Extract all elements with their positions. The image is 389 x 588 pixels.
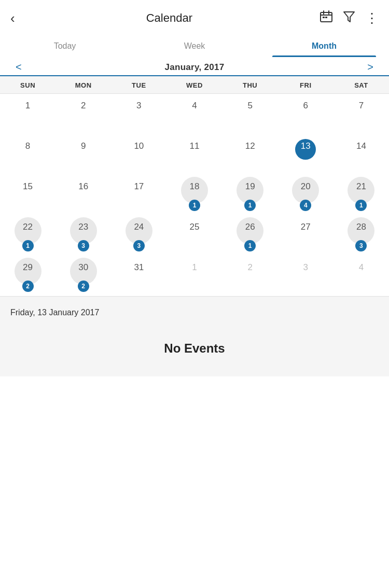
calendar-day-overflow-4[interactable]: 4 (334, 256, 389, 296)
day-header-sat: SAT (334, 81, 389, 89)
calendar-day-31[interactable]: 31 (111, 256, 166, 296)
selected-date-panel: Friday, 13 January 2017 (0, 296, 389, 326)
day-number: 15 (23, 182, 33, 191)
more-icon[interactable]: ⋮ (365, 11, 379, 25)
calendar-day-20[interactable]: 204 (278, 175, 334, 215)
next-month-button[interactable]: > (360, 61, 381, 73)
event-count-badge: 2 (22, 281, 34, 292)
event-count-badge: 2 (78, 281, 89, 292)
day-number: 18 (190, 182, 200, 191)
event-count-badge: 1 (244, 240, 256, 251)
calendar-icon[interactable] (319, 10, 333, 26)
prev-month-button[interactable]: < (8, 61, 29, 73)
event-count-badge: 1 (189, 200, 200, 211)
calendar-day-16[interactable]: 16 (55, 175, 111, 215)
tab-bar: Today Week Month (0, 34, 389, 57)
calendar-day-overflow-1[interactable]: 1 (166, 256, 222, 296)
day-number: 23 (78, 222, 88, 231)
calendar-day-overflow-2[interactable]: 2 (223, 256, 278, 296)
day-number: 5 (247, 101, 252, 110)
calendar-day-1[interactable]: 1 (0, 94, 55, 134)
day-number: 11 (190, 142, 200, 150)
day-number: 1 (25, 101, 30, 110)
day-number: 28 (356, 222, 366, 231)
event-count-badge: 3 (78, 240, 89, 251)
calendar-day-overflow-3[interactable]: 3 (278, 256, 334, 296)
calendar-grid: 1234567891011121314151617181191204211221… (0, 94, 389, 296)
event-count-badge: 3 (133, 240, 145, 251)
day-number: 20 (301, 182, 311, 191)
day-header-wed: WED (166, 81, 222, 89)
day-number: 13 (301, 142, 311, 150)
calendar-day-3[interactable]: 3 (111, 94, 166, 134)
calendar-day-6[interactable]: 6 (278, 94, 334, 134)
svg-marker-6 (344, 12, 354, 22)
day-number: 21 (356, 182, 366, 191)
day-number: 16 (78, 182, 88, 191)
day-header-thu: THU (223, 81, 278, 89)
calendar-day-21[interactable]: 211 (334, 175, 389, 215)
day-number: 3 (303, 263, 308, 272)
svg-rect-4 (323, 17, 325, 18)
tab-today[interactable]: Today (0, 34, 130, 57)
day-number: 10 (134, 142, 144, 150)
calendar-day-29[interactable]: 292 (0, 256, 55, 296)
calendar-day-30[interactable]: 302 (55, 256, 111, 296)
event-count-badge: 1 (22, 240, 34, 251)
tab-month[interactable]: Month (259, 34, 389, 57)
month-year-label: January, 2017 (29, 62, 360, 73)
day-number: 4 (359, 263, 364, 272)
calendar-day-27[interactable]: 27 (278, 215, 334, 256)
calendar-day-7[interactable]: 7 (334, 94, 389, 134)
day-number: 19 (245, 182, 255, 191)
calendar-day-12[interactable]: 12 (223, 134, 278, 175)
page-title: Calendar (146, 11, 192, 24)
filter-icon[interactable] (342, 10, 356, 26)
event-count-badge: 3 (355, 240, 367, 251)
header-actions: ⋮ (319, 10, 379, 26)
day-headers-row: SUN MON TUE WED THU FRI SAT (0, 76, 389, 94)
calendar-day-4[interactable]: 4 (166, 94, 222, 134)
calendar-day-8[interactable]: 8 (0, 134, 55, 175)
calendar-day-5[interactable]: 5 (223, 94, 278, 134)
event-count-badge: 1 (355, 200, 367, 211)
day-header-mon: MON (55, 81, 111, 89)
calendar-day-25[interactable]: 25 (166, 215, 222, 256)
day-number: 26 (245, 222, 255, 231)
calendar-day-26[interactable]: 261 (223, 215, 278, 256)
calendar-day-11[interactable]: 11 (166, 134, 222, 175)
calendar-day-13[interactable]: 13 (278, 134, 334, 175)
calendar-day-15[interactable]: 15 (0, 175, 55, 215)
day-number: 6 (303, 101, 308, 110)
day-number: 14 (356, 142, 366, 150)
app-header: ‹ Calendar ⋮ (0, 0, 389, 34)
day-number: 3 (136, 101, 141, 110)
day-number: 27 (301, 222, 311, 231)
calendar-day-19[interactable]: 191 (223, 175, 278, 215)
day-number: 9 (81, 142, 86, 150)
day-number: 22 (23, 222, 33, 231)
month-nav: < January, 2017 > (0, 57, 389, 76)
calendar-day-9[interactable]: 9 (55, 134, 111, 175)
back-button[interactable]: ‹ (10, 9, 19, 27)
calendar-day-10[interactable]: 10 (111, 134, 166, 175)
calendar-day-14[interactable]: 14 (334, 134, 389, 175)
day-number: 7 (359, 101, 364, 110)
calendar-day-17[interactable]: 17 (111, 175, 166, 215)
day-header-sun: SUN (0, 81, 55, 89)
day-number: 30 (78, 263, 88, 272)
day-number: 8 (25, 142, 30, 150)
day-number: 2 (81, 101, 86, 110)
calendar-day-18[interactable]: 181 (166, 175, 222, 215)
calendar-day-23[interactable]: 233 (55, 215, 111, 256)
calendar-day-24[interactable]: 243 (111, 215, 166, 256)
day-number: 24 (134, 222, 144, 231)
tab-week[interactable]: Week (130, 34, 259, 57)
selected-date-label: Friday, 13 January 2017 (10, 308, 99, 317)
event-count-badge: 1 (244, 200, 256, 211)
calendar-day-2[interactable]: 2 (55, 94, 111, 134)
day-number: 1 (192, 263, 197, 272)
day-number: 17 (134, 182, 144, 191)
calendar-day-22[interactable]: 221 (0, 215, 55, 256)
calendar-day-28[interactable]: 283 (334, 215, 389, 256)
